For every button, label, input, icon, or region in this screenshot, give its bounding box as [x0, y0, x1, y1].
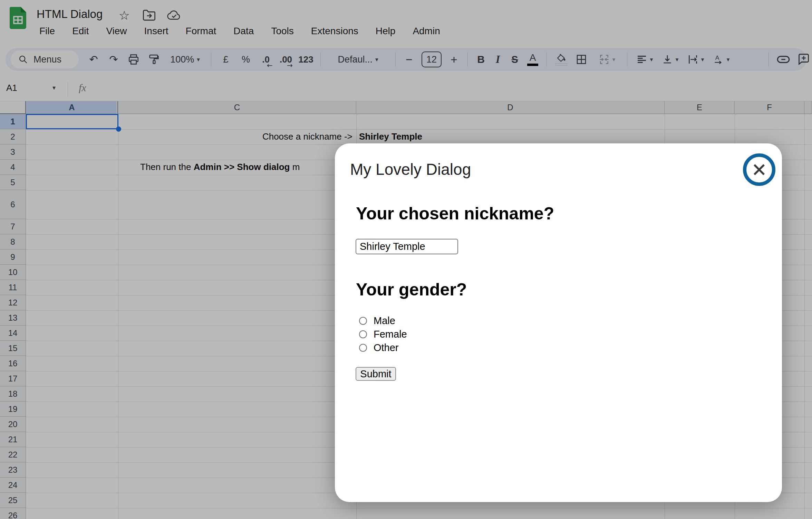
close-icon	[742, 152, 776, 187]
gender-question: Your gender?	[356, 280, 467, 300]
nickname-input[interactable]	[356, 239, 458, 254]
nickname-question: Your chosen nickname?	[356, 204, 554, 224]
radio-button-icon[interactable]	[359, 330, 367, 338]
modal-dialog: My Lovely Dialog Your chosen nickname? Y…	[335, 143, 782, 502]
radio-button-icon[interactable]	[359, 344, 367, 352]
radio-button-icon[interactable]	[359, 317, 367, 325]
radio-option-other[interactable]: Other	[359, 341, 407, 355]
radio-option-male[interactable]: Male	[359, 314, 407, 328]
submit-button[interactable]: Submit	[356, 367, 396, 381]
radio-option-female[interactable]: Female	[359, 328, 407, 341]
dialog-close-button[interactable]	[742, 152, 776, 187]
gender-radio-group: Male Female Other	[359, 314, 407, 355]
dialog-title: My Lovely Dialog	[350, 160, 471, 179]
